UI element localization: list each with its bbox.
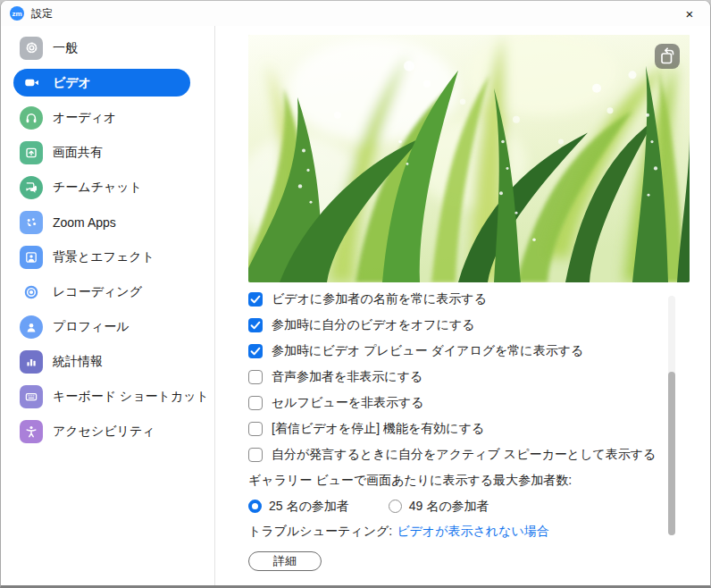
checkbox-label: 参加時に自分のビデオをオフにする <box>272 317 475 333</box>
window-title: 設定 <box>31 6 53 21</box>
zoom-logo-icon: zm <box>10 6 24 21</box>
scrollbar-thumb[interactable] <box>668 372 675 535</box>
window-body: 一般ビデオオーディオ画面共有チームチャットZoom Apps背景とエフェクトレコ… <box>1 26 710 585</box>
checkbox-label: ビデオに参加者の名前を常に表示する <box>272 291 487 307</box>
sidebar-item-audio[interactable]: オーディオ <box>13 104 190 131</box>
checkbox-label: 参加時にビデオ プレビュー ダイアログを常に表示する <box>272 343 583 359</box>
checkbox-unchecked-icon[interactable] <box>248 448 263 462</box>
checkbox-checked-icon[interactable] <box>248 344 263 358</box>
sidebar-item-label: アクセシビリティ <box>53 424 155 440</box>
rotate-video-button[interactable] <box>655 44 680 69</box>
sidebar-item-statistics[interactable]: 統計情報 <box>13 348 190 375</box>
sidebar-item-label: 画面共有 <box>53 145 103 161</box>
advanced-button[interactable]: 詳細 <box>248 551 322 571</box>
record-icon <box>20 281 43 304</box>
sidebar-item-general[interactable]: 一般 <box>13 34 190 62</box>
sidebar-item-label: レコーディング <box>53 284 142 300</box>
sidebar-item-label: 統計情報 <box>53 354 103 370</box>
checkbox-row-1[interactable]: 参加時に自分のビデオをオフにする <box>248 312 690 338</box>
keyboard-icon <box>20 385 43 408</box>
title-bar[interactable]: zm 設定 × <box>1 1 710 26</box>
radio-option-0[interactable]: 25 名の参加者 <box>248 499 349 515</box>
sidebar-item-label: チームチャット <box>53 180 142 196</box>
checkbox-row-5[interactable]: [着信ビデオを停止] 機能を有効にする <box>248 416 690 441</box>
accessibility-icon <box>20 420 43 443</box>
checkbox-label: [着信ビデオを停止] 機能を有効にする <box>272 421 484 437</box>
checkbox-row-0[interactable]: ビデオに参加者の名前を常に表示する <box>248 286 690 312</box>
checkbox-row-2[interactable]: 参加時にビデオ プレビュー ダイアログを常に表示する <box>248 338 690 364</box>
checkbox-row-6[interactable]: 自分が発言するときに自分をアクティブ スピーカーとして表示する <box>248 441 690 467</box>
camera-preview-image <box>248 35 690 282</box>
zoom-apps-icon <box>20 211 43 234</box>
statistics-icon <box>20 350 43 374</box>
checkbox-row-4[interactable]: セルフビューを非表示する <box>248 390 690 416</box>
sidebar-item-profile[interactable]: プロフィール <box>13 313 190 340</box>
video-settings-panel: ビデオに参加者の名前を常に表示する参加時に自分のビデオをオフにする参加時にビデオ… <box>215 26 710 585</box>
checkbox-label: セルフビューを非表示する <box>272 395 424 411</box>
background-effects-icon <box>20 246 43 269</box>
camera-preview <box>248 35 690 282</box>
sidebar-item-keyboard-shortcuts[interactable]: キーボード ショートカット <box>13 382 190 410</box>
settings-sidebar: 一般ビデオオーディオ画面共有チームチャットZoom Apps背景とエフェクトレコ… <box>1 26 215 585</box>
checkbox-label: 自分が発言するときに自分をアクティブ スピーカーとして表示する <box>272 447 656 463</box>
radio-unselected-icon[interactable] <box>389 500 402 513</box>
sidebar-item-label: Zoom Apps <box>53 215 116 230</box>
scrollbar[interactable] <box>668 296 675 535</box>
radio-label: 49 名の参加者 <box>409 499 489 515</box>
zoom-settings-window: zm 設定 × 一般ビデオオーディオ画面共有チームチャットZoom Apps背景… <box>0 0 711 588</box>
checkbox-unchecked-icon[interactable] <box>248 396 263 410</box>
radio-option-1[interactable]: 49 名の参加者 <box>389 499 489 515</box>
headphones-icon <box>20 106 43 130</box>
sidebar-item-label: オーディオ <box>53 110 116 126</box>
radio-selected-icon[interactable] <box>248 500 262 513</box>
sidebar-item-label: 背景とエフェクト <box>53 249 155 265</box>
sidebar-item-label: 一般 <box>53 40 78 56</box>
sidebar-item-video[interactable]: ビデオ <box>13 69 190 97</box>
checkbox-checked-icon[interactable] <box>248 318 263 332</box>
gallery-participants-radio-group: 25 名の参加者49 名の参加者 <box>248 493 690 519</box>
sidebar-item-screen-share[interactable]: 画面共有 <box>13 139 190 166</box>
sidebar-item-team-chat[interactable]: チームチャット <box>13 173 190 201</box>
checkbox-unchecked-icon[interactable] <box>248 370 263 384</box>
profile-icon <box>20 315 43 339</box>
rotate-icon <box>657 46 677 66</box>
sidebar-item-label: プロフィール <box>53 319 130 335</box>
chat-bubbles-icon <box>20 176 43 199</box>
checkbox-row-3[interactable]: 音声参加者を非表示にする <box>248 364 690 390</box>
checkbox-checked-icon[interactable] <box>248 292 263 307</box>
screen-share-icon <box>20 141 43 164</box>
troubleshooting-row: トラブルシューティング: ビデオが表示されない場合 <box>248 519 690 543</box>
sidebar-item-accessibility[interactable]: アクセシビリティ <box>13 417 190 445</box>
radio-label: 25 名の参加者 <box>269 499 349 515</box>
gear-icon <box>20 37 43 60</box>
video-camera-icon <box>20 71 43 95</box>
sidebar-item-recording[interactable]: レコーディング <box>13 278 190 306</box>
sidebar-item-background-effects[interactable]: 背景とエフェクト <box>13 243 190 271</box>
checkbox-label: 音声参加者を非表示にする <box>272 369 422 385</box>
checkbox-unchecked-icon[interactable] <box>248 422 263 436</box>
sidebar-item-zoom-apps[interactable]: Zoom Apps <box>13 208 190 236</box>
troubleshooting-label: トラブルシューティング: <box>248 524 392 540</box>
troubleshooting-link[interactable]: ビデオが表示されない場合 <box>397 524 549 540</box>
close-button[interactable]: × <box>669 1 710 26</box>
sidebar-item-label: ビデオ <box>53 75 91 91</box>
video-options-list: ビデオに参加者の名前を常に表示する参加時に自分のビデオをオフにする参加時にビデオ… <box>248 286 690 467</box>
sidebar-item-label: キーボード ショートカット <box>53 389 209 405</box>
gallery-view-label: ギャラリー ビューで画面あたりに表示する最大参加者数: <box>248 467 690 493</box>
